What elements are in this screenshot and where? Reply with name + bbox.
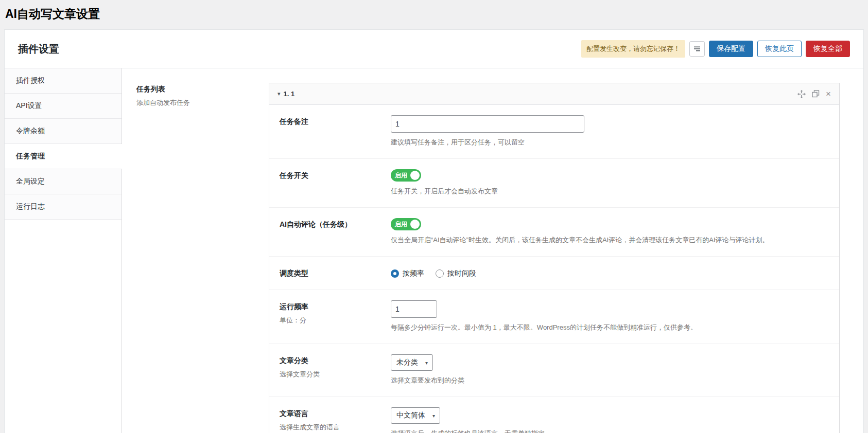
post-language-select[interactable]: 中文简体 ▾ <box>391 407 440 424</box>
sidebar-item-run-log[interactable]: 运行日志 <box>5 194 121 220</box>
ai-comment-toggle[interactable]: 启用 <box>391 218 421 230</box>
task-card-header[interactable]: ▾ 1. 1 <box>269 83 839 105</box>
radio-by-frequency[interactable]: 按频率 <box>391 269 424 278</box>
list-lines-icon <box>693 45 701 53</box>
row-post-category: 文章分类 选择文章分类 未分类 ▾ 选择文章要发布到的分类 <box>269 344 839 397</box>
close-icon[interactable]: × <box>826 89 831 98</box>
row-schedule-type: 调度类型 按频率 按时间段 <box>269 257 839 290</box>
sidebar-item-plugin-license[interactable]: 插件授权 <box>5 68 121 94</box>
row-task-note: 任务备注 建议填写任务备注，用于区分任务，可以留空 <box>269 105 839 159</box>
toggle-knob <box>410 220 420 229</box>
panel-header: 插件设置 配置发生改变，请勿忘记保存！ 保存配置 恢复此页 恢复全部 <box>5 30 863 68</box>
row-task-note-label: 任务备注 <box>280 115 391 147</box>
sidebar-item-task-management[interactable]: 任务管理 <box>5 144 122 169</box>
task-card-title: ▾ 1. 1 <box>277 90 294 98</box>
restore-page-button[interactable]: 恢复此页 <box>757 41 802 57</box>
post-language-help: 选择语言后，生成的标签也是该语言，无需单独指定 <box>391 429 829 433</box>
radio-icon <box>436 269 444 278</box>
section-title: 任务列表 <box>136 85 258 94</box>
post-category-select[interactable]: 未分类 ▾ <box>391 354 433 371</box>
task-card-title-text: 1. 1 <box>284 90 295 98</box>
move-icon[interactable] <box>797 90 806 98</box>
run-frequency-help: 每隔多少分钟运行一次。最小值为 1，最大不限。WordPress的计划任务不能做… <box>391 323 829 332</box>
chevron-down-icon: ▾ <box>432 413 435 419</box>
ai-comment-help: 仅当全局开启“AI自动评论”时生效。关闭后，该任务生成的文章不会生成AI评论，并… <box>391 236 829 245</box>
toggle-knob <box>410 171 420 180</box>
post-category-help: 选择文章要发布到的分类 <box>391 376 829 385</box>
tab-content: 任务列表 添加自动发布任务 ▾ 1. 1 <box>122 68 863 433</box>
panel-title: 插件设置 <box>18 42 59 56</box>
section-label: 任务列表 添加自动发布任务 <box>122 68 269 433</box>
task-note-help: 建议填写任务备注，用于区分任务，可以留空 <box>391 138 829 147</box>
save-config-button[interactable]: 保存配置 <box>709 41 753 57</box>
radio-by-timeslot[interactable]: 按时间段 <box>436 269 476 278</box>
page-title: AI自动写文章设置 <box>0 0 868 29</box>
panel-actions: 配置发生改变，请勿忘记保存！ 保存配置 恢复此页 恢复全部 <box>581 40 850 58</box>
task-note-input[interactable] <box>391 115 584 133</box>
schedule-type-radios: 按频率 按时间段 <box>391 267 829 278</box>
task-card-tools: × <box>797 89 831 98</box>
task-switch-toggle[interactable]: 启用 <box>391 169 421 182</box>
unsaved-changes-notice: 配置发生改变，请勿忘记保存！ <box>581 40 685 58</box>
duplicate-icon[interactable] <box>812 90 820 98</box>
collapse-caret-icon[interactable]: ▾ <box>277 91 281 97</box>
row-post-language: 文章语言 选择生成文章的语言 中文简体 ▾ 选择语言后，生成的标签也是该语言，无… <box>269 397 839 433</box>
panel-body: 插件授权 API设置 令牌余额 任务管理 全局设定 运行日志 任务列表 添加自动… <box>5 68 863 433</box>
task-switch-help: 任务开关，开启后才会自动发布文章 <box>391 187 829 196</box>
restore-all-button[interactable]: 恢复全部 <box>806 41 850 57</box>
sidebar-item-api-settings[interactable]: API设置 <box>5 94 121 119</box>
settings-sidebar: 插件授权 API设置 令牌余额 任务管理 全局设定 运行日志 <box>5 68 122 433</box>
run-frequency-input[interactable] <box>391 300 437 318</box>
section-subtitle: 添加自动发布任务 <box>136 98 258 107</box>
collapse-all-button[interactable] <box>689 41 705 57</box>
sidebar-item-global-settings[interactable]: 全局设定 <box>5 169 121 194</box>
row-task-switch: 任务开关 启用 任务开关，开启后才会自动发布文章 <box>269 159 839 208</box>
sidebar-item-token-balance[interactable]: 令牌余额 <box>5 119 121 144</box>
row-ai-comment: AI自动评论（任务级） 启用 仅当全局开启“AI自动评论”时生效。关闭后，该任务… <box>269 208 839 257</box>
chevron-down-icon: ▾ <box>425 360 428 366</box>
task-card: ▾ 1. 1 <box>269 83 840 433</box>
radio-icon <box>391 269 399 278</box>
settings-panel: 插件设置 配置发生改变，请勿忘记保存！ 保存配置 恢复此页 恢复全部 插件授权 … <box>4 29 864 433</box>
row-run-frequency: 运行频率 单位：分 每隔多少分钟运行一次。最小值为 1，最大不限。WordPre… <box>269 290 839 344</box>
